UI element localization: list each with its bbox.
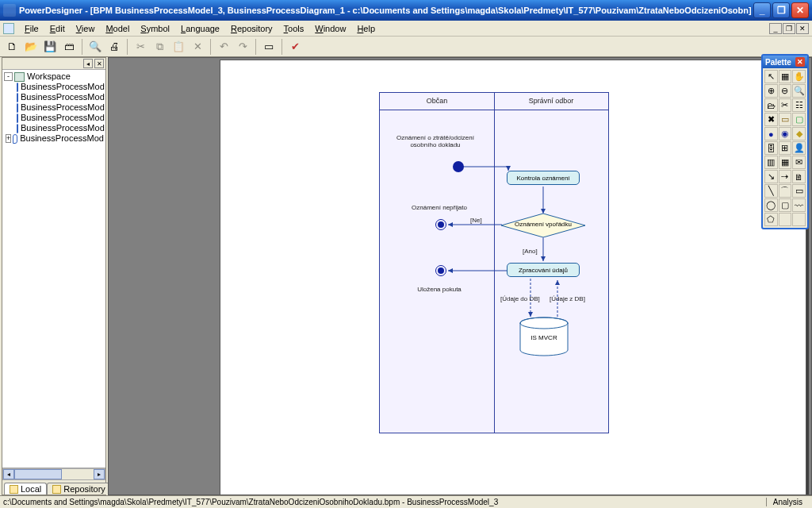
tool-polygon-icon[interactable]: ⬠ [764, 213, 778, 226]
end-node-reject[interactable] [435, 219, 446, 230]
redo-icon[interactable]: ↷ [234, 38, 251, 56]
tree-hscrollbar[interactable]: ◂▸ [2, 468, 105, 480]
tree-item[interactable]: BusinessProcessMod [17, 92, 104, 102]
menu-file[interactable]: File [19, 22, 44, 35]
tool-cut-icon[interactable]: ✂ [779, 98, 792, 112]
flow-to-db: [Údaje do DB] [500, 295, 540, 302]
expand-icon[interactable]: - [4, 72, 13, 81]
tool-process-icon[interactable]: ▢ [792, 113, 806, 126]
tool-file-icon[interactable]: 🗎 [792, 170, 806, 183]
tool-orgunit-icon[interactable]: ⊞ [779, 141, 792, 155]
menu-language[interactable]: Language [175, 22, 225, 35]
tree-item[interactable]: +BusinessProcessMod [17, 133, 104, 144]
delete-icon[interactable]: ✕ [189, 38, 206, 56]
tool-hand-icon[interactable]: ✋ [792, 70, 806, 83]
decision-node[interactable]: Oznámení vpořádku [501, 214, 585, 237]
save-icon[interactable]: 💾 [41, 38, 59, 56]
model-tree[interactable]: - Workspace BusinessProcessMod BusinessP… [2, 70, 105, 468]
tool-props-icon[interactable]: ☷ [792, 98, 806, 112]
start-node[interactable] [453, 161, 464, 172]
tool-end-icon[interactable]: ◉ [779, 127, 792, 140]
tool-decision-icon[interactable]: ◆ [792, 127, 806, 140]
tool-resflow-icon[interactable]: ⇢ [779, 170, 792, 183]
close-button[interactable]: ✕ [791, 2, 809, 18]
panel-close-icon[interactable]: ✕ [94, 59, 104, 68]
menu-symbol[interactable]: Symbol [135, 22, 175, 35]
tool-polyline-icon[interactable]: 〰 [792, 198, 806, 212]
tool-table-icon[interactable]: ▦ [779, 156, 792, 169]
palette-close-icon[interactable]: ✕ [795, 57, 805, 67]
end-node-fine[interactable] [435, 265, 446, 276]
tool-zoomfit-icon[interactable]: 🔍 [792, 84, 806, 98]
tree-item[interactable]: BusinessProcessMod [17, 113, 104, 123]
diagram-canvas[interactable]: Občan Správní odbor [108, 57, 812, 495]
tool-zoomin-icon[interactable]: ⊕ [764, 84, 778, 98]
tool-rect-icon[interactable]: ▭ [792, 184, 806, 198]
window-title: PowerDesigner - [BPM BusinessProcessMode… [19, 6, 753, 15]
panel-pin-icon[interactable]: ◂ [83, 59, 93, 68]
tool-lane-icon[interactable]: ▥ [764, 156, 778, 169]
tool-arc-icon[interactable]: ⌒ [779, 184, 792, 198]
maximize-button[interactable]: ❐ [772, 2, 790, 18]
menu-tools[interactable]: Tools [278, 22, 310, 35]
tool-role-icon[interactable]: 👤 [792, 141, 806, 155]
palette-title[interactable]: Palette ✕ [763, 56, 807, 68]
properties-icon[interactable]: ▭ [260, 38, 278, 56]
tool-ellipse-icon[interactable]: ◯ [764, 198, 778, 212]
tool-note-icon[interactable] [792, 213, 806, 226]
menu-view[interactable]: View [71, 22, 101, 35]
datastore-node[interactable]: IS MVCR [519, 317, 569, 355]
menu-edit[interactable]: Edit [44, 22, 71, 35]
tree-workspace[interactable]: - Workspace [4, 71, 104, 82]
menu-repository[interactable]: Repository [225, 22, 278, 35]
activity-kontrola[interactable]: Kontrola oznámení [507, 171, 580, 185]
flow-from-db: [Údaje z DB] [550, 295, 585, 302]
print-icon[interactable]: 🖨 [105, 38, 123, 56]
tree-item[interactable]: BusinessProcessMod [17, 123, 104, 133]
tree-item[interactable]: BusinessProcessMod [17, 102, 104, 113]
toolbar: 🗋 📂 💾 🗃 🔍 🖨 ✂ ⧉ 📋 ✕ ↶ ↷ ▭ ✔ [0, 37, 812, 57]
tool-rrect-icon[interactable]: ▢ [779, 198, 792, 212]
tab-local[interactable]: Local [4, 483, 47, 495]
statusbar: c:\Documents and Settings\magda\Skola\Pr… [0, 495, 812, 508]
tool-pointer-icon[interactable]: ↖ [764, 70, 778, 83]
tool-line-icon[interactable]: ╲ [764, 184, 778, 198]
check-icon[interactable]: ✔ [286, 38, 304, 56]
copy-icon[interactable]: ⧉ [151, 38, 168, 56]
paste-icon[interactable]: 📋 [170, 38, 187, 56]
undo-icon[interactable]: ↶ [215, 38, 232, 56]
saveall-icon[interactable]: 🗃 [60, 38, 78, 56]
cut-icon[interactable]: ✂ [132, 38, 149, 56]
tool-zoomout-icon[interactable]: ⊖ [779, 84, 792, 98]
activity-zpracovani[interactable]: Zpracování údajů [507, 263, 580, 277]
swimlane-diagram[interactable]: Občan Správní odbor [379, 92, 609, 433]
tool-open-icon[interactable]: 🗁 [764, 98, 778, 112]
reject-label: Oznámení nepřijato [404, 204, 475, 211]
tool-resource-icon[interactable]: 🗄 [764, 141, 778, 155]
tool-flow-icon[interactable]: ↘ [764, 170, 778, 183]
tool-start-icon[interactable]: ● [764, 127, 778, 140]
app-icon [3, 4, 16, 17]
mdi-restore[interactable]: ❐ [783, 23, 795, 34]
tool-lasso-icon[interactable]: ▦ [779, 70, 792, 83]
tab-repository[interactable]: Repository [47, 483, 111, 495]
tool-text-icon[interactable] [779, 213, 792, 226]
preview-icon[interactable]: 🔍 [86, 38, 104, 56]
tree-item[interactable]: BusinessProcessMod [17, 82, 104, 92]
menu-help[interactable]: Help [351, 22, 381, 35]
panel-header: ◂ ✕ [2, 58, 105, 70]
mdi-minimize[interactable]: _ [769, 23, 782, 34]
tool-delete-icon[interactable]: ✖ [764, 113, 778, 126]
new-icon[interactable]: 🗋 [3, 38, 21, 56]
open-icon[interactable]: 📂 [22, 38, 40, 56]
palette-toolbox[interactable]: Palette ✕ ↖ ▦ ✋ ⊕ ⊖ 🔍 🗁 ✂ ☷ ✖ ▭ ▢ ● ◉ ◆ … [761, 54, 809, 229]
mdi-close[interactable]: ✕ [796, 23, 809, 34]
tool-package-icon[interactable]: ▭ [779, 113, 792, 126]
menu-window[interactable]: Window [309, 22, 351, 35]
expand-icon[interactable]: + [6, 134, 11, 143]
tree-label: Workspace [27, 71, 71, 82]
minimize-button[interactable]: _ [753, 2, 771, 18]
menu-model[interactable]: Model [100, 22, 135, 35]
tool-msg-icon[interactable]: ✉ [792, 156, 806, 169]
menubar: File Edit View Model Symbol Language Rep… [0, 21, 812, 37]
